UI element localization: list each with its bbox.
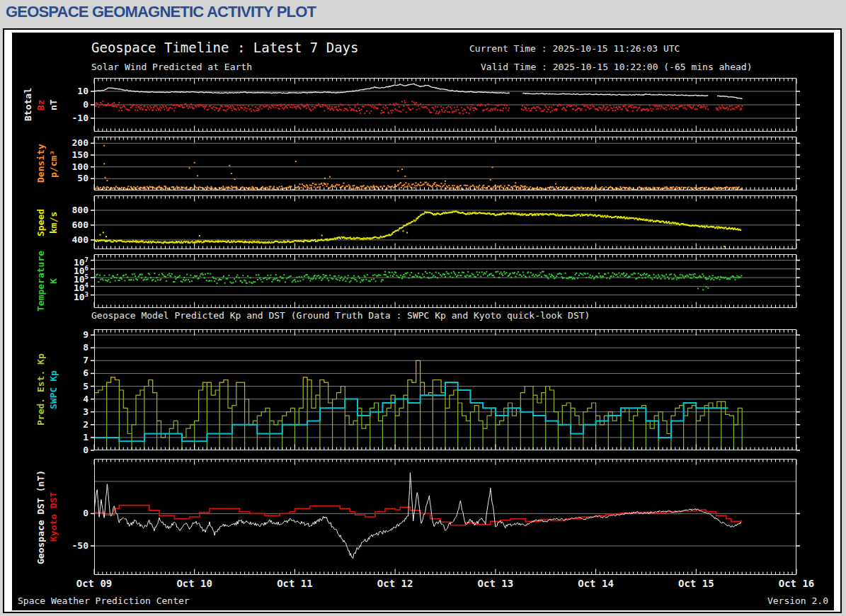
- density-axis-label: p/cm³: [47, 137, 59, 190]
- temperature-axis-label: Temperature: [34, 254, 47, 308]
- x-axis-label: Oct 10: [163, 578, 227, 589]
- temperature-frame: [95, 255, 796, 308]
- density-frame: [95, 137, 796, 190]
- temperature-axis-label: K: [47, 254, 59, 308]
- imf-axis-label: Btotal: [21, 78, 34, 132]
- temperature-series-group: [93, 271, 742, 291]
- speed-axis-label: Speed: [34, 195, 47, 249]
- x-axis-label: Oct 12: [363, 578, 427, 589]
- speed-series-group: [93, 211, 741, 248]
- kp-series-group: [94, 360, 742, 450]
- x-axis-label: Oct 13: [464, 578, 527, 589]
- kp-axis-label: SWPC Kp: [47, 329, 59, 450]
- chart-canvas: [12, 33, 834, 610]
- page-title: GEOSPACE GEOMAGNETIC ACTIVITY PLOT: [6, 3, 316, 21]
- imf-axis-label: Bz: [34, 78, 47, 132]
- series-Pred. Est. Kp: [94, 360, 742, 450]
- current-time-label: Current Time : 2025-10-15 11:26:03 UTC: [469, 43, 680, 54]
- kp-axis-label: Pred. Est. Kp: [34, 329, 47, 450]
- series-Kyoto DST: [94, 506, 741, 525]
- x-axis-label: Oct 16: [765, 578, 828, 589]
- speed-axis-label: km/s: [47, 195, 59, 249]
- imf-axis-label: nT: [47, 78, 59, 132]
- x-axis-label: Oct 11: [263, 578, 326, 589]
- plot-main-title: Geospace Timeline : Latest 7 Days: [91, 40, 359, 55]
- plot-area: Geospace Timeline : Latest 7 Days Curren…: [12, 33, 834, 610]
- footer-version: Version 2.0: [767, 595, 828, 606]
- x-axis-label: Oct 09: [62, 578, 126, 589]
- x-axis-label: Oct 15: [664, 578, 728, 589]
- plot-frame: Geospace Timeline : Latest 7 Days Curren…: [3, 28, 842, 613]
- kp-section-title: Geospace Model Predicted Kp and DST (Gro…: [91, 310, 590, 321]
- density-series-group: [93, 145, 743, 191]
- imf-series-group: [93, 84, 743, 114]
- dst-axis-label: Kyoto DST: [47, 459, 59, 575]
- density-axis-label: Density: [34, 137, 47, 190]
- footer-credit: Space Weather Prediction Center: [18, 595, 190, 606]
- x-axis-label: Oct 14: [564, 578, 628, 589]
- valid-time-label: Valid Time : 2025-10-15 10:22:00 (-65 mi…: [481, 62, 753, 72]
- plot-subtitle: Solar Wind Predicted at Earth: [91, 62, 252, 72]
- dst-axis-label: Geospace DST (nT): [34, 459, 47, 575]
